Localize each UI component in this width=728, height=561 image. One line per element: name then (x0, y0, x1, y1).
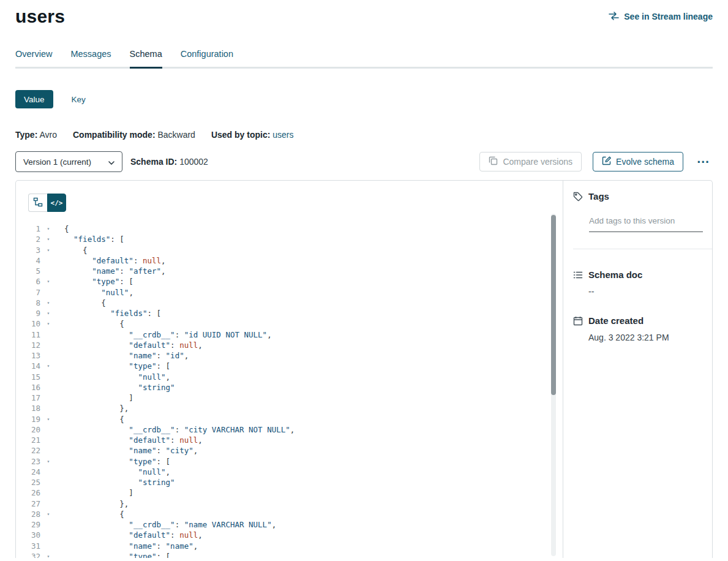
version-select[interactable]: Version 1 (current) (15, 151, 122, 172)
code-text: "string" (64, 477, 175, 488)
code-line: 10▾ { (16, 318, 563, 329)
code-text: "string" (64, 382, 175, 393)
type-label: Type: (15, 130, 37, 140)
code-text: "name": "after", (64, 266, 166, 276)
fold-spacer (43, 372, 54, 382)
compare-versions-button[interactable]: Compare versions (479, 152, 582, 171)
fold-spacer (43, 488, 54, 498)
code-line: 3▾ { (16, 245, 563, 255)
overflow-menu-button[interactable]: ⋯ (694, 156, 713, 168)
code-line: 31 "name": "name", (16, 541, 563, 551)
fold-spacer (43, 467, 54, 477)
fold-spacer (43, 350, 54, 361)
schema-id: Schema ID: 100002 (130, 157, 208, 167)
tab-overview[interactable]: Overview (15, 49, 52, 67)
code-text: "default": null, (64, 255, 166, 266)
fold-toggle-icon[interactable]: ▾ (43, 276, 54, 287)
code-text: { (64, 509, 124, 519)
code-view-button[interactable]: </> (47, 194, 66, 212)
fold-toggle-icon[interactable]: ▾ (43, 318, 54, 329)
tags-input[interactable] (589, 216, 703, 232)
code-line: 13 "name": "id", (16, 350, 563, 361)
tag-icon (573, 192, 583, 201)
schema-doc-value: -- (588, 287, 702, 296)
page-header: users See in Stream lineage (15, 0, 713, 28)
fold-toggle-icon[interactable]: ▾ (43, 234, 54, 244)
tab-messages[interactable]: Messages (70, 49, 111, 67)
compatibility-value: Backward (157, 130, 195, 140)
value-toggle-button[interactable]: Value (15, 90, 53, 108)
fold-toggle-icon[interactable]: ▾ (43, 456, 54, 467)
fold-toggle-icon[interactable]: ▾ (43, 509, 54, 519)
fold-spacer (43, 435, 54, 445)
evolve-schema-button[interactable]: Evolve schema (593, 152, 683, 171)
stream-lineage-link[interactable]: See in Stream lineage (609, 12, 713, 22)
date-created-icon (573, 316, 583, 326)
fold-spacer (43, 477, 54, 488)
fold-toggle-icon[interactable]: ▾ (43, 414, 54, 424)
fold-spacer (43, 530, 54, 540)
fold-spacer (43, 403, 54, 413)
line-number: 11 (16, 329, 40, 340)
schema-info-panel: Tags Schema doc -- Date created Aug. 3 2… (563, 181, 712, 558)
fold-toggle-icon[interactable]: ▾ (43, 245, 54, 255)
key-toggle-button[interactable]: Key (68, 95, 89, 104)
code-line: 6▾ "type": [ (16, 276, 563, 287)
chevron-down-icon (108, 157, 114, 167)
line-number: 24 (16, 467, 40, 477)
fold-spacer (43, 287, 54, 298)
divider (573, 249, 712, 249)
tab-schema[interactable]: Schema (130, 49, 162, 67)
page-title: users (15, 4, 65, 29)
code-line: 26 ] (16, 488, 563, 498)
meta-compatibility: Compatibility mode: Backward (73, 130, 195, 140)
tree-view-button[interactable] (28, 194, 47, 212)
version-select-value: Version 1 (current) (23, 157, 91, 167)
fold-toggle-icon[interactable]: ▾ (43, 224, 54, 234)
code-text: "fields": [ (64, 308, 161, 318)
code-text: "__crdb__": "city VARCHAR NOT NULL", (64, 424, 295, 435)
fold-spacer (43, 541, 54, 551)
schema-doc-section-header: Schema doc (573, 269, 702, 280)
meta-type: Type: Avro (15, 130, 57, 140)
tab-configuration[interactable]: Configuration (181, 49, 233, 67)
fold-toggle-icon[interactable]: ▾ (43, 308, 54, 318)
compare-versions-icon (489, 156, 498, 167)
line-number: 23 (16, 456, 40, 467)
type-value: Avro (39, 130, 57, 140)
schema-doc-icon (573, 270, 583, 280)
code-text: "null", (64, 287, 133, 298)
line-number: 26 (16, 488, 40, 498)
line-number: 21 (16, 435, 40, 445)
line-number: 5 (16, 266, 40, 276)
fold-toggle-icon[interactable]: ▾ (43, 298, 54, 308)
code-line: 18 }, (16, 403, 563, 413)
code-line: 14▾ "type": [ (16, 361, 563, 371)
code-line: 15 "null", (16, 372, 563, 382)
editor-scrollbar[interactable] (551, 214, 556, 556)
code-line: 24 "null", (16, 467, 563, 477)
date-created-title: Date created (588, 315, 644, 326)
meta-topic: Used by topic: users (211, 130, 294, 140)
code-text: { (64, 318, 124, 329)
tags-title: Tags (588, 191, 609, 201)
line-number: 17 (16, 393, 40, 403)
code-line: 16 "string" (16, 382, 563, 393)
fold-toggle-icon[interactable]: ▾ (43, 361, 54, 371)
fold-spacer (43, 519, 54, 530)
schema-part-toggle: Value Key (15, 90, 713, 108)
line-number: 7 (16, 287, 40, 298)
scrollbar-thumb[interactable] (551, 215, 556, 395)
code-text: "null", (64, 372, 170, 382)
line-number: 12 (16, 340, 40, 350)
code-line: 8▾ { (16, 298, 563, 308)
fold-toggle-icon[interactable]: ▾ (43, 551, 54, 558)
topic-link[interactable]: users (272, 130, 293, 140)
edit-icon (602, 156, 611, 167)
code-text: "__crdb__": "name VARCHAR NULL", (64, 519, 276, 530)
compatibility-label: Compatibility mode: (73, 130, 156, 140)
code-text: { (64, 224, 69, 234)
schema-meta: Type: Avro Compatibility mode: Backward … (15, 130, 713, 140)
schema-id-value: 100002 (179, 157, 208, 167)
code-line: 22 "name": "city", (16, 445, 563, 456)
